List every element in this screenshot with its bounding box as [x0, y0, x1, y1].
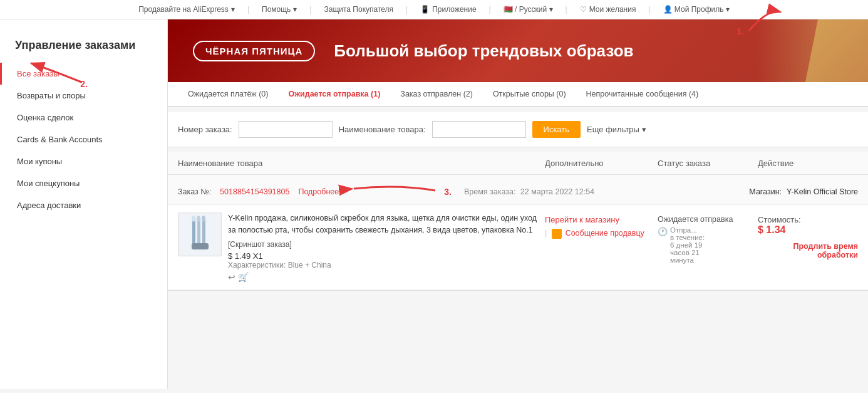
extend-processing-button[interactable]: Продлить время обработки	[758, 242, 858, 259]
tab-unread-messages[interactable]: Непрочитанные сообщения (4)	[576, 82, 709, 107]
cost-label: Стоимость:	[758, 215, 858, 224]
sidebar-title: Управление заказами	[0, 32, 167, 63]
msg-seller-link[interactable]: Сообщение продавцу	[566, 229, 644, 238]
filter-row: Номер заказа: Наименование товара: Искат…	[168, 112, 868, 147]
language-nav[interactable]: 🇧🇾 / Русский ▾	[504, 5, 553, 14]
col-action: Действие	[758, 159, 858, 168]
sell-on-ali[interactable]: Продавайте на AliExpress ▾	[138, 5, 235, 14]
product-name: Y-Kelin продажа, силиконовый скребок для…	[228, 212, 545, 236]
clock-icon: 🕐	[658, 227, 668, 236]
order-store-label: Магазин:	[749, 187, 782, 196]
product-screenshot: [Скриншот заказа]	[228, 240, 545, 249]
profile-nav[interactable]: 👤 Мой Профиль ▾	[663, 5, 730, 14]
cost-value: $ 1.34	[758, 224, 858, 236]
order-table: Наименование товара Дополнительно Статус…	[168, 152, 868, 291]
banner-badge: ЧЁРНАЯ ПЯТНИЦА	[193, 41, 315, 61]
order-store-name: Y-Kelin Official Store	[787, 187, 858, 196]
status-timer: 🕐 Отпра...в течение:6 дней 19часов 21мин…	[658, 226, 758, 264]
cart-icon[interactable]: 🛒	[238, 272, 249, 282]
sidebar: Управление заказами Все заказы Возвраты …	[0, 19, 168, 389]
order-number-label: Номер заказа:	[178, 125, 232, 134]
top-nav: Продавайте на AliExpress ▾ | Помощь ▾ | …	[0, 0, 868, 19]
sidebar-item-evaluation[interactable]: Оценка сделок	[0, 107, 167, 128]
svg-point-10	[202, 216, 205, 222]
product-image	[178, 212, 222, 256]
col-additional: Дополнительно	[545, 159, 658, 168]
action-cell: Стоимость: $ 1.34 Продлить время обработ…	[758, 212, 858, 282]
product-name-input[interactable]	[432, 121, 526, 138]
order-more-link[interactable]: Подробнее	[298, 187, 339, 196]
content-area: ЧЁРНАЯ ПЯТНИЦА Большой выбор трендовых о…	[168, 19, 868, 389]
sidebar-item-all-orders[interactable]: Все заказы	[0, 63, 167, 85]
svg-point-8	[192, 216, 195, 222]
tab-awaiting-payment[interactable]: Ожидается платёж (0)	[178, 82, 278, 107]
additional-cell: Перейти к магазину | Сообщение продавцу	[545, 212, 658, 282]
svg-point-9	[197, 216, 200, 222]
more-filters-button[interactable]: Еще фильтры ▾	[587, 125, 646, 134]
order-number-link[interactable]: 5018854154391805	[220, 187, 289, 196]
badge-3: 3.	[444, 187, 452, 197]
tab-awaiting-shipment[interactable]: Ожидается отправка (1)	[278, 82, 390, 107]
order-number-label: Заказ №:	[178, 187, 211, 196]
wishlist-nav[interactable]: ♡ Мои желания	[580, 5, 636, 14]
app-nav[interactable]: 📱 Приложение	[420, 5, 476, 14]
sidebar-item-addresses[interactable]: Адреса доставки	[0, 194, 167, 216]
table-row: Заказ №: 5018854154391805 Подробнее	[168, 175, 868, 291]
product-name-label: Наименование товара:	[339, 125, 426, 134]
order-row-header: Заказ №: 5018854154391805 Подробнее	[168, 175, 868, 205]
product-spec: Характеристики: Blue + China	[228, 261, 545, 270]
col-product: Наименование товара	[178, 159, 545, 168]
msg-icon	[552, 229, 562, 239]
sidebar-item-special-coupons[interactable]: Мои спецкупоны	[0, 172, 167, 194]
svg-rect-11	[192, 243, 209, 249]
main-layout: Управление заказами Все заказы Возвраты …	[0, 19, 868, 389]
sidebar-item-cards[interactable]: Cards & Bank Accounts	[0, 128, 167, 150]
banner-text: Большой выбор трендовых образов	[334, 41, 633, 61]
order-time: Время заказа: 22 марта 2022 12:54	[464, 187, 594, 196]
search-button[interactable]: Искать	[532, 121, 581, 138]
product-action-icons: ↩ 🛒	[228, 272, 545, 282]
product-cell: Y-Kelin продажа, силиконовый скребок для…	[178, 212, 545, 282]
tab-open-disputes[interactable]: Открытые споры (0)	[483, 82, 576, 107]
table-header: Наименование товара Дополнительно Статус…	[168, 152, 868, 175]
order-status: Ожидается отправка	[658, 215, 758, 224]
product-price: $ 1.49 X1	[228, 251, 545, 261]
tabs-row: Ожидается платёж (0) Ожидается отправка …	[168, 82, 868, 107]
sidebar-item-coupons[interactable]: Мои купоны	[0, 150, 167, 172]
buyer-protection[interactable]: Защита Покупателя	[324, 5, 393, 14]
banner: ЧЁРНАЯ ПЯТНИЦА Большой выбор трендовых о…	[168, 19, 868, 82]
banner-figure	[755, 19, 868, 82]
reply-icon[interactable]: ↩	[228, 272, 235, 282]
order-details: Y-Kelin продажа, силиконовый скребок для…	[168, 205, 868, 290]
col-status: Статус заказа	[658, 159, 758, 168]
order-number-input[interactable]	[239, 121, 333, 138]
tab-shipped[interactable]: Заказ отправлен (2)	[390, 82, 483, 107]
help-nav[interactable]: Помощь ▾	[262, 5, 297, 14]
sidebar-item-returns[interactable]: Возвраты и споры	[0, 85, 167, 107]
status-cell: Ожидается отправка 🕐 Отпра...в течение:6…	[658, 212, 758, 282]
